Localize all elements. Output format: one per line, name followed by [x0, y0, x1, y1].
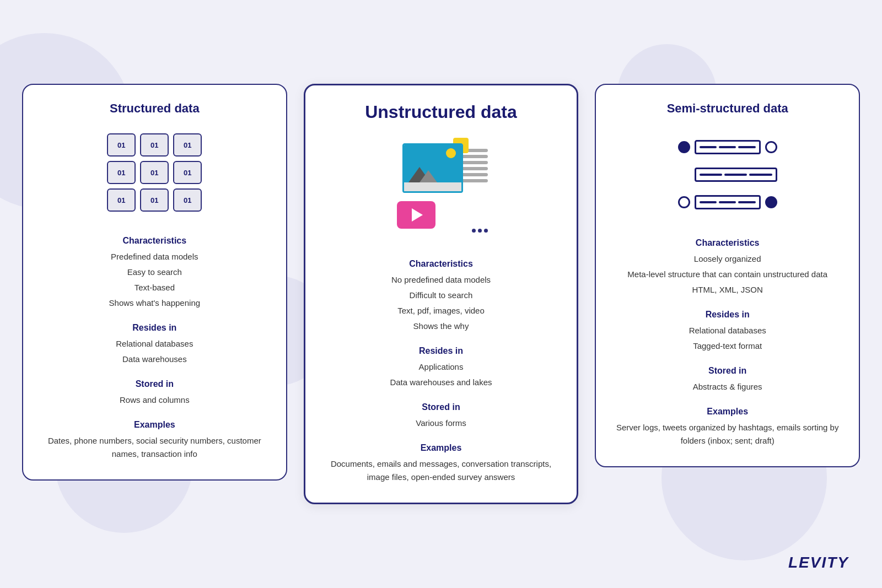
binary-cell: 01 [140, 133, 169, 157]
semi-row-1 [678, 140, 777, 154]
semi-resides-2: Tagged-text format [693, 339, 762, 353]
semi-line [719, 146, 736, 148]
semi-line [700, 146, 717, 148]
semi-characteristics-heading: Characteristics [696, 238, 760, 248]
structured-char-1: Predefined data models [111, 250, 198, 263]
binary-grid-icon: 01 01 01 01 01 01 01 01 01 [107, 133, 202, 212]
binary-cell: 01 [173, 161, 202, 184]
structured-stored-1: Rows and columns [120, 393, 190, 407]
binary-cell: 01 [173, 188, 202, 212]
brand-logo: LEVITY [788, 554, 849, 571]
unstructured-examples-1: Documents, emails and messages, conversa… [325, 457, 557, 484]
unstructured-data-card: Unstructured data [304, 84, 579, 504]
binary-cell: 01 [140, 161, 169, 184]
unstructured-resides-1: Applications [419, 360, 464, 374]
semi-structured-data-card: Semi-structured data [595, 84, 860, 467]
image-card-icon [402, 143, 463, 193]
semi-circle-icon [678, 141, 690, 153]
unstructured-stored-heading: Stored in [422, 402, 460, 412]
unstructured-char-1: No predefined data models [391, 273, 491, 287]
semi-title: Semi-structured data [667, 101, 788, 116]
semi-char-1: Loosely organized [694, 252, 761, 266]
binary-cell: 01 [173, 133, 202, 157]
semi-examples-1: Server logs, tweets organized by hashtag… [611, 421, 843, 447]
semi-box [695, 140, 761, 154]
image-bottom [404, 182, 461, 191]
semi-examples-heading: Examples [707, 407, 748, 417]
media-collage-icon [386, 138, 496, 237]
dot [472, 229, 476, 233]
structured-examples-heading: Examples [134, 420, 175, 430]
structured-char-2: Easy to search [127, 266, 182, 279]
unstructured-title: Unstructured data [365, 102, 517, 122]
semi-line [719, 201, 736, 203]
semi-circle-icon [765, 196, 777, 208]
semi-char-3: HTML, XML, JSON [692, 283, 763, 296]
structured-title: Structured data [110, 101, 200, 116]
unstructured-stored-1: Various forms [416, 417, 466, 430]
structured-resides-heading: Resides in [132, 323, 176, 333]
play-icon [412, 208, 423, 222]
binary-cell: 01 [107, 133, 136, 157]
structured-char-3: Text-based [135, 281, 175, 294]
unstructured-resides-heading: Resides in [419, 346, 463, 356]
semi-stored-1: Abstracts & figures [693, 380, 762, 393]
semi-line [738, 146, 755, 148]
semi-structured-icon [678, 133, 777, 216]
semi-line [700, 201, 717, 203]
semi-char-2: Meta-level structure that can contain un… [627, 268, 827, 281]
structured-examples-1: Dates, phone numbers, social security nu… [39, 434, 271, 461]
unstructured-char-2: Difficult to search [410, 289, 473, 302]
binary-cell: 01 [107, 188, 136, 212]
structured-data-card: Structured data 01 01 01 01 01 01 01 01 … [22, 84, 287, 481]
image-top [404, 145, 461, 182]
unstructured-char-3: Text, pdf, images, video [397, 304, 485, 317]
semi-box [695, 195, 761, 209]
mountain2-icon [420, 170, 437, 182]
semi-box [695, 168, 777, 182]
structured-resides-1: Relational databases [116, 337, 193, 350]
semi-stored-heading: Stored in [708, 366, 746, 376]
semi-line [724, 174, 747, 176]
binary-cell: 01 [107, 161, 136, 184]
semi-resides-heading: Resides in [706, 310, 750, 320]
structured-stored-heading: Stored in [136, 379, 174, 389]
semi-row-3 [678, 195, 777, 209]
sun-icon [446, 148, 456, 158]
structured-char-4: Shows what's happening [109, 296, 200, 310]
structured-resides-2: Data warehouses [122, 353, 187, 366]
main-container: Structured data 01 01 01 01 01 01 01 01 … [22, 84, 860, 504]
dot [484, 229, 488, 233]
binary-cell: 01 [140, 188, 169, 212]
semi-line [700, 174, 722, 176]
dot [478, 229, 482, 233]
media-dots [472, 229, 488, 233]
semi-circle-icon [678, 196, 690, 208]
semi-resides-1: Relational databases [689, 324, 766, 337]
structured-characteristics-heading: Characteristics [123, 236, 187, 246]
unstructured-characteristics-heading: Characteristics [409, 259, 473, 269]
unstructured-examples-heading: Examples [421, 443, 462, 453]
semi-line [749, 174, 772, 176]
video-card-icon [397, 201, 435, 229]
unstructured-char-4: Shows the why [413, 320, 469, 333]
semi-circle-icon [765, 141, 777, 153]
semi-row-2 [678, 168, 777, 182]
unstructured-resides-2: Data warehouses and lakes [390, 376, 492, 389]
semi-line [738, 201, 755, 203]
